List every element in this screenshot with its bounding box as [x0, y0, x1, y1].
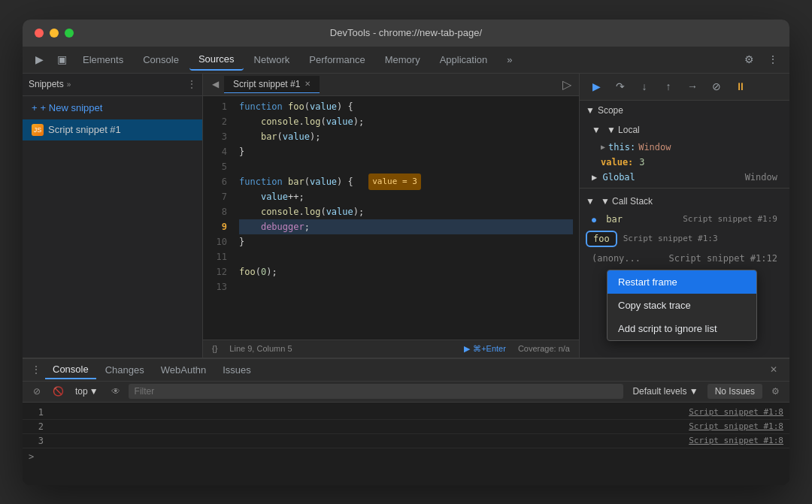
settings-icon[interactable]: ⚙: [738, 49, 759, 70]
callstack-section-header[interactable]: ▼ ▼ Call Stack: [580, 192, 789, 211]
line-numbers: 1 2 3 4 5 6 7 8 9 10 11 12 13: [203, 96, 233, 340]
new-snippet-button[interactable]: + + New snippet: [23, 96, 202, 119]
step-out-btn[interactable]: ↑: [658, 76, 679, 97]
value-item: value: 3: [580, 155, 789, 170]
top-context-selector[interactable]: top ▼: [71, 385, 103, 398]
tab-changes[interactable]: Changes: [98, 361, 152, 379]
ctx-add-to-ignore[interactable]: Add script to ignore list: [607, 317, 756, 340]
snippet-name: Script snippet #1: [48, 124, 121, 135]
tab-memory[interactable]: Memory: [376, 50, 429, 70]
console-content: 1 Script snippet #1:8 2 Script snippet #…: [23, 403, 789, 485]
bullet-icon: ●: [592, 216, 596, 224]
step-into-btn[interactable]: ↓: [634, 76, 655, 97]
code-tab-snippet[interactable]: Script snippet #1 ✕: [224, 76, 320, 93]
ln-5: 5: [209, 159, 227, 174]
no-issues-button[interactable]: No Issues: [707, 384, 762, 399]
code-line-5: [239, 159, 573, 174]
console-prompt[interactable]: >: [23, 448, 789, 465]
callstack-arrow-icon: ▼: [586, 196, 595, 207]
console-close-icon[interactable]: ✕: [764, 364, 783, 375]
step-over-btn[interactable]: ↷: [610, 76, 631, 97]
local-arrow-icon: ▼: [592, 125, 601, 135]
callstack-item-anon[interactable]: (anony... Script snippet #1:12: [580, 250, 789, 267]
titlebar: DevTools - chrome://new-tab-page/: [23, 20, 789, 47]
value-val: 3: [639, 157, 644, 167]
close-button[interactable]: [35, 29, 44, 38]
snippets-more-icon[interactable]: ⋮: [187, 79, 196, 89]
local-section-header[interactable]: ▼ ▼ Local: [580, 120, 789, 140]
foo-location: Script snippet #1:3: [623, 234, 718, 243]
this-arrow-icon: ▶: [601, 143, 605, 151]
resume-btn[interactable]: ▶: [586, 76, 607, 97]
console-link-3[interactable]: Script snippet #1:8: [689, 436, 783, 445]
ln-11: 11: [209, 249, 227, 264]
coverage-label: Coverage: n/a: [518, 344, 570, 353]
tab-application[interactable]: Application: [431, 50, 497, 70]
deactivate-btn[interactable]: ⊘: [706, 76, 727, 97]
tab-console[interactable]: Console: [134, 50, 188, 70]
devtools-window: DevTools - chrome://new-tab-page/ ▶ ▣ El…: [23, 20, 789, 485]
console-link-2[interactable]: Script snippet #1:8: [689, 421, 783, 431]
callstack-fn-anon: (anony...: [592, 253, 641, 264]
foo-badge: foo: [586, 231, 617, 247]
console-settings-icon[interactable]: ⚙: [767, 383, 783, 400]
ctx-copy-stack-trace[interactable]: Copy stack trace: [607, 294, 756, 317]
inspect-icon[interactable]: ▣: [51, 49, 72, 70]
more-options-icon[interactable]: ⋮: [762, 49, 783, 70]
tab-more[interactable]: »: [498, 50, 521, 70]
tab-sources[interactable]: Sources: [189, 49, 244, 71]
cursor-icon[interactable]: ▶: [29, 49, 50, 70]
ctx-restart-frame[interactable]: Restart frame: [607, 270, 756, 294]
console-toolbar: ⊘ 🚫 top ▼ 👁 Default levels ▼ No Issues ⚙: [23, 382, 789, 403]
console-filter-input[interactable]: [129, 384, 624, 399]
step-btn[interactable]: →: [682, 76, 703, 97]
minimize-button[interactable]: [50, 29, 59, 38]
console-clear-icon[interactable]: ⊘: [29, 383, 45, 400]
scope-section-header[interactable]: ▼ Scope: [580, 101, 789, 120]
pause-btn[interactable]: ⏸: [730, 76, 751, 97]
callstack-loc-anon: Script snippet #1:12: [669, 253, 778, 264]
tab-webauthn[interactable]: WebAuthn: [153, 361, 214, 379]
tab-issues[interactable]: Issues: [215, 361, 259, 379]
tab-nav-left-icon[interactable]: ◀: [206, 75, 224, 93]
scope-arrow-icon: ▼: [586, 105, 595, 116]
plus-icon: +: [32, 102, 38, 113]
tab-console-bottom[interactable]: Console: [45, 361, 96, 379]
console-num-1: 1: [29, 407, 44, 418]
traffic-lights: [35, 29, 74, 38]
code-line-7: value++;: [239, 189, 573, 204]
tab-network[interactable]: Network: [245, 50, 299, 70]
run-snippet-icon[interactable]: ▷: [558, 75, 576, 93]
ln-2: 2: [209, 114, 227, 129]
ln-6: 6: [209, 174, 227, 189]
code-panel: ◀ Script snippet #1 ✕ ▷ 1 2 3 4 5 6 7 8: [203, 74, 579, 358]
default-levels-selector[interactable]: Default levels ▼: [628, 385, 702, 398]
console-filter-icon[interactable]: 🚫: [50, 383, 66, 400]
this-val: Window: [638, 142, 671, 152]
tab-performance[interactable]: Performance: [300, 50, 374, 70]
console-row-1: 1 Script snippet #1:8: [23, 406, 789, 420]
console-tabs: ⋮ Console Changes WebAuthn Issues ✕: [23, 359, 789, 382]
callstack-item-foo[interactable]: foo Script snippet #1:3: [580, 228, 789, 250]
console-eye-icon[interactable]: 👁: [108, 383, 124, 400]
run-button[interactable]: ▶ ⌘+Enter: [464, 344, 506, 354]
code-line-12: foo(0);: [239, 264, 573, 279]
tab-elements[interactable]: Elements: [74, 50, 132, 70]
console-tab-dot-icon[interactable]: ⋮: [29, 362, 44, 377]
code-content[interactable]: function foo(value) { console.log(value)…: [233, 96, 579, 340]
ln-3: 3: [209, 129, 227, 144]
bottom-panel: ⋮ Console Changes WebAuthn Issues ✕ ⊘ 🚫 …: [23, 358, 789, 485]
cursor-position: Line 9, Column 5: [229, 344, 292, 353]
global-val: Window: [745, 172, 777, 183]
code-line-9: debugger;: [239, 219, 573, 234]
snippet-item-1[interactable]: JS Script snippet #1: [23, 119, 202, 140]
maximize-button[interactable]: [65, 29, 74, 38]
code-line-1: function foo(value) {: [239, 99, 573, 114]
code-tab-close-icon[interactable]: ✕: [304, 80, 311, 88]
code-line-10: }: [239, 234, 573, 249]
callstack-item-bar[interactable]: ● bar Script snippet #1:9: [580, 211, 789, 228]
chevron-icon: »: [67, 80, 71, 89]
format-icon[interactable]: {}: [212, 344, 217, 353]
ln-1: 1: [209, 99, 227, 114]
console-link-1[interactable]: Script snippet #1:8: [689, 407, 783, 417]
